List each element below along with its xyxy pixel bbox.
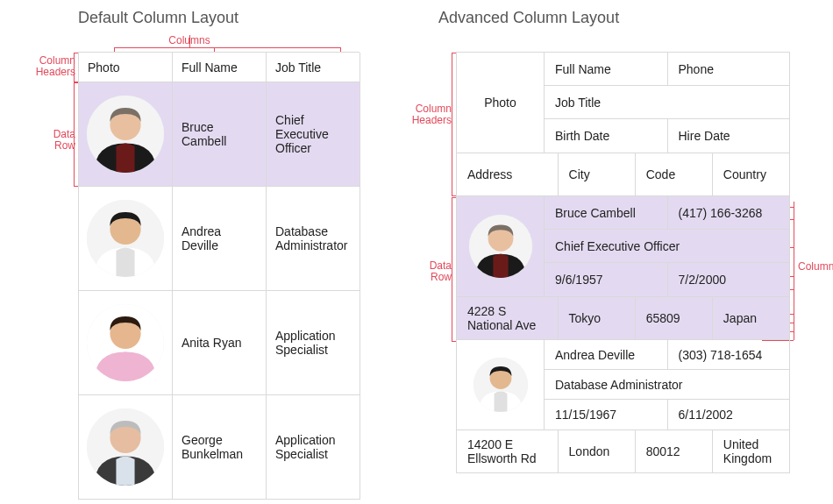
adv-address: 4228 S National Ave bbox=[457, 297, 558, 339]
table-row-title: Application Specialist bbox=[267, 395, 360, 500]
adv-birth: 11/15/1967 bbox=[545, 400, 667, 429]
adv-address: 14200 E Ellsworth Rd bbox=[457, 430, 558, 472]
adv-phone: (417) 166-3268 bbox=[667, 196, 790, 229]
adv-country: Japan bbox=[712, 297, 789, 339]
table-row-title: Application Specialist bbox=[267, 291, 360, 395]
table-row-name: Andrea Deville bbox=[173, 187, 267, 291]
adv-header-jobtitle: Job Title bbox=[545, 86, 789, 118]
adv-jobtitle: Database Administrator bbox=[545, 370, 789, 399]
avatar bbox=[87, 408, 164, 486]
adv-city: London bbox=[558, 430, 635, 472]
column-headers-annotation-right: ColumnHeaders bbox=[409, 103, 452, 126]
adv-hire: 7/2/2000 bbox=[667, 263, 790, 296]
avatar bbox=[87, 96, 164, 173]
adv-header-code: Code bbox=[635, 153, 712, 195]
data-row-annotation-right: Data Row bbox=[409, 260, 452, 283]
adv-country: United Kingdom bbox=[712, 430, 789, 472]
table-row-photo bbox=[79, 291, 173, 395]
adv-header-fullname: Full Name bbox=[545, 53, 667, 85]
adv-hire: 6/11/2002 bbox=[667, 400, 790, 429]
default-layout-title: Default Column Layout bbox=[78, 9, 239, 27]
adv-photo-cell bbox=[457, 340, 545, 429]
column-headers-annotation-left: ColumnHeaders bbox=[35, 55, 75, 78]
col-header-name: Full Name bbox=[173, 53, 267, 82]
advanced-grid: Photo Full Name Phone Job Title Birth Da… bbox=[456, 52, 790, 473]
col-header-photo: Photo bbox=[79, 53, 173, 82]
avatar bbox=[87, 200, 164, 277]
table-row-title: Database Administrator bbox=[267, 187, 360, 291]
adv-data-row: Andrea Deville (303) 718-1654 Database A… bbox=[456, 339, 790, 473]
adv-header-hire: Hire Date bbox=[667, 119, 790, 153]
adv-header-country: Country bbox=[712, 153, 789, 195]
col-header-title: Job Title bbox=[267, 53, 360, 82]
adv-header-photo-label: Photo bbox=[457, 53, 545, 153]
advanced-layout-title: Advanced Column Layout bbox=[438, 9, 619, 27]
adv-jobtitle: Chief Executive Officer bbox=[545, 230, 789, 262]
adv-code: 65809 bbox=[635, 297, 712, 339]
adv-header-address: Address bbox=[457, 153, 558, 195]
table-row-name: Bruce Cambell bbox=[173, 82, 267, 187]
adv-photo-cell bbox=[457, 196, 545, 296]
table-row-name: George Bunkelman bbox=[173, 395, 267, 500]
adv-city: Tokyo bbox=[558, 297, 635, 339]
adv-header-record: Photo Full Name Phone Job Title Birth Da… bbox=[456, 52, 790, 195]
data-row-annotation-left: Data Row bbox=[30, 129, 75, 152]
avatar bbox=[473, 358, 528, 412]
table-row-photo bbox=[79, 395, 173, 500]
default-grid: Photo Full Name Job Title Bruce Cambell … bbox=[78, 52, 360, 500]
adv-fullname: Bruce Cambell bbox=[545, 196, 667, 229]
table-row-name: Anita Ryan bbox=[173, 291, 267, 395]
adv-birth: 9/6/1957 bbox=[545, 263, 667, 296]
adv-header-city: City bbox=[558, 153, 635, 195]
table-row-photo bbox=[79, 187, 173, 291]
avatar bbox=[469, 215, 532, 278]
adv-data-row: Bruce Cambell (417) 166-3268 Chief Execu… bbox=[456, 195, 790, 339]
table-row-photo bbox=[79, 82, 173, 187]
adv-fullname: Andrea Deville bbox=[545, 340, 667, 369]
adv-header-birth: Birth Date bbox=[545, 119, 667, 153]
adv-phone: (303) 718-1654 bbox=[667, 340, 790, 369]
adv-header-phone: Phone bbox=[667, 53, 790, 85]
columns-annotation-right: Columns bbox=[798, 261, 833, 273]
table-row-title: Chief Executive Officer bbox=[267, 82, 360, 187]
avatar bbox=[87, 304, 164, 381]
adv-code: 80012 bbox=[635, 430, 712, 472]
